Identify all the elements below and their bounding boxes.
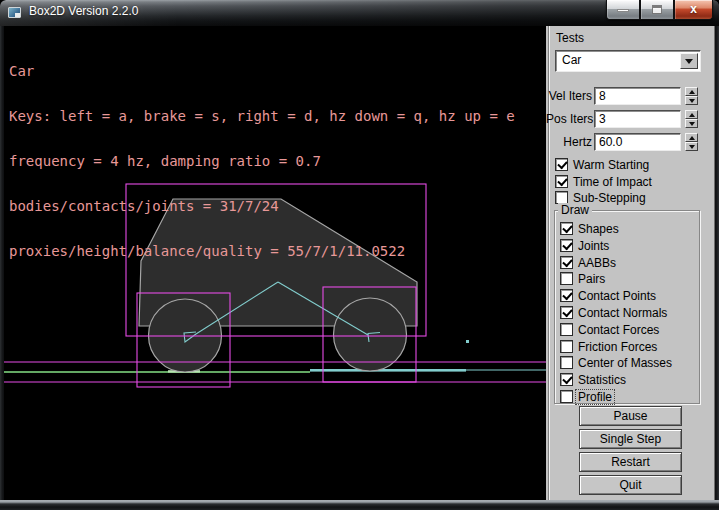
joints-label: Joints [578,239,609,253]
app-icon [8,7,21,18]
warm-starting-label: Warm Starting [573,158,649,172]
joint-anchor-mark [466,340,469,343]
quit-button[interactable]: Quit [579,475,682,495]
tests-dropdown[interactable]: Car [555,50,701,72]
checkbox-box[interactable] [560,323,573,336]
window-controls: x [606,0,713,20]
checkbox-box[interactable] [560,340,573,353]
hertz-row: Hertz 60.0 [546,133,715,151]
checkbox-box[interactable] [560,373,573,386]
chevron-down-icon [685,59,693,64]
checkbox-box[interactable] [560,239,573,252]
checkbox-box[interactable] [555,158,568,171]
contact-normals-label: Contact Normals [578,306,667,320]
checkbox-box[interactable] [560,356,573,369]
pos-iters-value: 3 [599,112,606,126]
vel-iters-input[interactable]: 8 [594,87,681,105]
tests-dropdown-button[interactable] [680,53,698,69]
window-title: Box2D Version 2.2.0 [29,0,138,23]
tests-dropdown-value: Car [562,53,581,67]
checkbox-box[interactable] [560,256,573,269]
pos-iters-stepper [685,110,698,128]
maximize-button[interactable] [640,0,674,20]
friction-forces-label: Friction Forces [578,340,657,354]
keys-line: Keys: left = a, brake = s, right = d, hz… [9,109,515,124]
proxies-stats-line: proxies/height/balance/quality = 55/7/1/… [9,244,515,259]
minimize-icon [617,9,629,12]
window-border-bottom [0,500,719,510]
hertz-label: Hertz [546,135,592,149]
checkbox-box[interactable] [560,390,573,403]
close-icon: x [675,0,712,19]
vel-iters-value: 8 [599,89,606,103]
checkbox-box[interactable] [560,222,573,235]
simulation-canvas[interactable]: Car Keys: left = a, brake = s, right = d… [4,26,546,500]
contact-points-label: Contact Points [578,289,656,303]
draw-group-title: Draw [558,203,592,217]
checkbox-box[interactable] [560,289,573,302]
window-border-right [715,26,719,500]
checkbox-box[interactable] [560,272,573,285]
shapes-label: Shapes [578,222,619,236]
pause-button[interactable]: Pause [579,406,682,426]
pos-iters-up-button[interactable] [685,110,698,119]
contact-forces-label: Contact Forces [578,323,659,337]
up-arrow-icon [689,90,695,94]
hertz-value: 60.0 [599,135,622,149]
pos-iters-label: Pos Iters [546,112,592,126]
up-arrow-icon [689,113,695,117]
front-wheel [334,298,407,371]
vel-iters-up-button[interactable] [685,87,698,96]
vel-iters-label: Vel Iters [546,89,592,103]
profile-label: Profile [576,390,614,404]
bodies-stats-line: bodies/contacts/joints = 31/7/24 [9,199,515,214]
down-arrow-icon [689,99,695,103]
app-window: Box2D Version 2.2.0 x [0,0,719,510]
pos-iters-input[interactable]: 3 [594,110,681,128]
minimize-button[interactable] [606,0,640,20]
pos-iters-down-button[interactable] [685,119,698,128]
pos-iters-row: Pos Iters 3 [546,110,715,128]
tests-label: Tests [556,31,584,45]
vel-iters-stepper [685,87,698,105]
test-name-line: Car [9,64,515,79]
statistics-label: Statistics [578,373,626,387]
hertz-down-button[interactable] [685,142,698,151]
single-step-button[interactable]: Single Step [579,429,682,449]
down-arrow-icon [689,122,695,126]
maximize-icon [652,5,662,14]
restart-button[interactable]: Restart [579,452,682,472]
hertz-up-button[interactable] [685,133,698,142]
center-of-masses-label: Center of Masses [578,356,672,370]
debug-info-text: Car Keys: left = a, brake = s, right = d… [9,34,515,289]
aabbs-label: AABBs [578,256,616,270]
hertz-stepper [685,133,698,151]
vel-iters-row: Vel Iters 8 [546,87,715,105]
ground-edge-cyan-thick [310,369,466,372]
vel-iters-down-button[interactable] [685,96,698,105]
down-arrow-icon [689,145,695,149]
hertz-input[interactable]: 60.0 [594,133,681,151]
up-arrow-icon [689,136,695,140]
close-button[interactable]: x [674,0,713,20]
pairs-label: Pairs [578,272,605,286]
time-of-impact-label: Time of Impact [573,175,652,189]
control-panel: Tests Car Vel Iters 8 Pos Iters 3 Hertz … [546,26,715,500]
frequency-line: frequency = 4 hz, damping ratio = 0.7 [9,154,515,169]
checkbox-box[interactable] [555,175,568,188]
checkbox-box[interactable] [560,306,573,319]
